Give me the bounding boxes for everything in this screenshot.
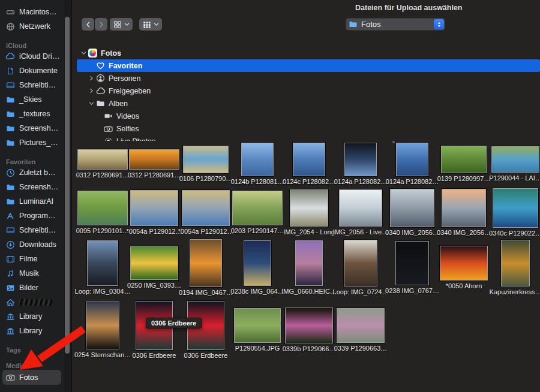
sidebar-item-filme[interactable]: Filme: [0, 252, 64, 266]
grid-2x2-view-button[interactable]: [110, 18, 133, 31]
sidebar-item-program[interactable]: Program…: [0, 209, 64, 223]
photo-thumbnail[interactable]: [339, 189, 382, 227]
photo-item-0238-img-0767[interactable]: 0238 IMG_0767…: [386, 239, 438, 296]
photo-thumbnail[interactable]: [290, 189, 328, 227]
photo-item-0312-p1280691[interactable]: 0312 P1280691…: [77, 143, 128, 185]
photo-thumbnail[interactable]: [86, 301, 119, 349]
photo-thumbnail[interactable]: [182, 190, 230, 226]
tree-item-freigegeben[interactable]: Freigegeben: [77, 85, 540, 97]
tree-item-fotos[interactable]: Fotos: [77, 47, 540, 59]
photo-item-0203-p1290147[interactable]: 0203 P1290147…: [232, 188, 283, 236]
sidebar-scrollbar-thumb[interactable]: [65, 17, 70, 354]
sidebar-item-musik[interactable]: Musik: [0, 266, 64, 281]
sidebar-item-netzwerk[interactable]: Netzwerk: [0, 19, 64, 34]
photo-item-img-0660-heic[interactable]: IMG_0660.HEIC…: [283, 239, 335, 296]
tree-item-favoriten[interactable]: Favoriten: [77, 59, 540, 72]
photo-item-p1290554-jpg[interactable]: P1290554.JPG: [232, 301, 283, 358]
back-button[interactable]: [82, 18, 94, 31]
chevron-down-icon[interactable]: [80, 50, 88, 56]
sidebar-item-icloud-dri[interactable]: iCloud Dri…: [0, 49, 64, 64]
photo-thumbnail[interactable]: [183, 146, 229, 173]
photo-item-loop-img-0724[interactable]: Loop: IMG_0724…: [335, 239, 386, 296]
photo-item-0339-p1290663[interactable]: 0339 P1290663…: [335, 301, 386, 358]
photo-thumbnail[interactable]: [232, 191, 283, 225]
sidebar-item-downloads[interactable]: Downloads: [0, 237, 64, 252]
photo-thumbnail[interactable]: [77, 191, 128, 225]
sidebar-item-redacted-home[interactable]: [0, 295, 64, 309]
photo-item-0124c-p128082[interactable]: 0124c P128082…: [283, 143, 335, 185]
photo-item-0250-img-0393[interactable]: 0250 IMG_0393…: [128, 239, 180, 296]
photo-item-0339b-p129066[interactable]: 0339b P129066…: [283, 301, 335, 358]
photo-item-0340-img-2056[interactable]: 0340 IMG_2056…: [386, 188, 438, 236]
photo-item-0106-p1280790[interactable]: 0106 P1280790…: [180, 143, 232, 185]
photo-thumbnail[interactable]: [442, 189, 486, 227]
sidebar-item-schreibti[interactable]: Schreibti…: [0, 223, 64, 237]
photo-item-0306-erdbeere[interactable]: 0306 Erdbeere: [180, 301, 232, 358]
photo-item-0054a-p129012[interactable]: *0054a P129012…: [180, 188, 232, 236]
photo-thumbnail[interactable]: [344, 143, 377, 176]
sidebar-item-zuletzt-b[interactable]: Zuletzt b…: [0, 165, 64, 180]
photo-thumbnail[interactable]: [130, 190, 178, 226]
tree-item-personen[interactable]: Personen: [77, 72, 540, 85]
sidebar-item-pictures[interactable]: Pictures_…: [0, 135, 64, 150]
tree-item-selfies[interactable]: Selfies: [77, 122, 540, 135]
photo-thumbnail[interactable]: [293, 143, 325, 176]
sidebar-item-textures[interactable]: _textures: [0, 107, 64, 121]
photo-thumbnail[interactable]: [337, 308, 385, 343]
photo-thumbnail[interactable]: [395, 241, 429, 285]
photo-item-0124a-p128082[interactable]: 0124a P128082…: [386, 143, 438, 185]
sidebar-item-luminarai[interactable]: LuminarAI: [0, 194, 64, 209]
photo-item-loop-img-0304[interactable]: Loop: IMG_0304…: [77, 239, 128, 296]
photo-item-0050-ahorn[interactable]: *0050 Ahorn: [438, 239, 490, 296]
photo-item-0095-p1290101[interactable]: 0095 P1290101…: [77, 188, 128, 236]
photo-thumbnail[interactable]: [285, 307, 333, 343]
photo-item-0340-img-2056[interactable]: 0340 IMG_2056…: [438, 188, 490, 236]
sidebar-item-macintos[interactable]: Macintos…: [0, 5, 64, 19]
photo-thumbnail[interactable]: [234, 308, 281, 343]
sidebar-item-schreibti[interactable]: Schreibti…: [0, 78, 64, 92]
photo-thumbnail[interactable]: [129, 149, 179, 170]
photo-item-img-2056-live[interactable]: IMG_2056 - Live…: [335, 188, 386, 236]
sidebar-item-skies[interactable]: _Skies: [0, 92, 64, 107]
photo-item-0139-p1280997[interactable]: 0139 P1280997…: [438, 143, 490, 185]
photo-thumbnail[interactable]: [501, 240, 530, 287]
photo-item-p1290044-lai[interactable]: P1290044 - LAI…: [490, 143, 540, 185]
chevron-down-icon[interactable]: [88, 101, 95, 106]
forward-button[interactable]: [95, 18, 107, 31]
photo-thumbnail[interactable]: [130, 246, 178, 280]
photo-thumbnail[interactable]: [295, 240, 323, 286]
photo-item-0054a-p129012[interactable]: *0054a P129012…: [128, 188, 180, 236]
photo-item-0340c-p129022[interactable]: 0340c P129022…: [490, 188, 540, 236]
photo-item-0194-img-0467[interactable]: 0194 IMG_0467…: [180, 239, 232, 296]
sidebar-item-fotos[interactable]: Fotos: [2, 370, 61, 385]
sidebar-item-screensh[interactable]: Screensh…: [0, 121, 64, 135]
photo-thumbnail[interactable]: [241, 143, 274, 176]
grid-3x3-view-button[interactable]: [139, 18, 162, 31]
photo-thumbnail[interactable]: [441, 146, 487, 173]
location-popup[interactable]: Fotos: [346, 18, 445, 31]
photo-thumbnail[interactable]: [390, 189, 434, 227]
photo-thumbnail[interactable]: [190, 239, 222, 287]
photo-thumbnail[interactable]: [77, 149, 128, 170]
sidebar-item-library[interactable]: Library: [0, 309, 64, 324]
chevron-right-icon[interactable]: [88, 88, 95, 94]
sidebar-item-library[interactable]: Library: [0, 324, 64, 338]
tree-item-videos[interactable]: Videos: [77, 110, 540, 122]
photo-item-0306-erdbeere[interactable]: 0306 Erdbeere: [128, 301, 180, 358]
photo-item-img-2054-long[interactable]: IMG_2054 - Long: [283, 188, 335, 236]
photo-thumbnail[interactable]: [87, 240, 118, 286]
tree-item-alben[interactable]: Alben: [77, 97, 540, 110]
photo-item-kapuzinerkress[interactable]: Kapuzinerkress…: [490, 239, 540, 296]
photo-item-0312-p1280691[interactable]: 0312 P1280691…: [128, 143, 180, 185]
photo-item-0124b-p128081[interactable]: 0124b P128081…: [232, 143, 283, 185]
sidebar-item-bilder[interactable]: Bilder: [0, 281, 64, 295]
sidebar-item-dokumente[interactable]: Dokumente: [0, 64, 64, 78]
photo-thumbnail[interactable]: [344, 240, 377, 287]
photo-thumbnail[interactable]: [493, 188, 538, 228]
photo-item-0254-sternschan[interactable]: 0254 Sternschan…: [77, 301, 128, 358]
sidebar-item-screensh[interactable]: Screensh…: [0, 180, 64, 194]
chevron-right-icon[interactable]: [88, 76, 95, 81]
tree-item-live-photos[interactable]: Live Photos: [77, 135, 540, 141]
photo-thumbnail[interactable]: [440, 246, 488, 281]
photo-thumbnail[interactable]: [491, 146, 539, 173]
